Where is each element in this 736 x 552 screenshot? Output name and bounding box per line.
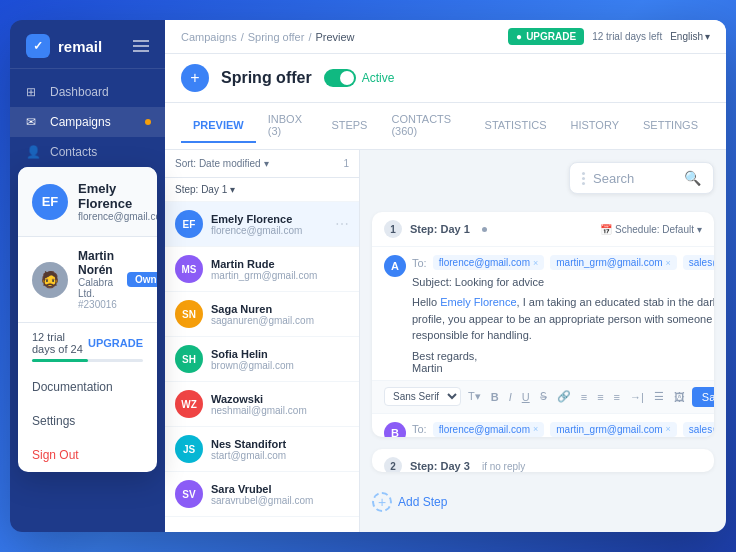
trial-progress-bar: 12 trial days of 24 UPGRADE	[18, 323, 157, 362]
step-day: Step: Day 1	[410, 223, 470, 235]
email-tag[interactable]: florence@gmail.com ×	[433, 255, 545, 270]
tab-steps[interactable]: STEPS	[319, 109, 379, 143]
user-popup-header: EF Emely Florence florence@gmail.com ⋯	[18, 167, 157, 237]
user-name: Emely Florence	[78, 181, 157, 211]
bold-icon[interactable]: B	[488, 389, 502, 405]
owner-card: 🧔 Martin Norén Calabra Ltd. #230016 Owne…	[18, 237, 157, 323]
email-body-a: Hello Emely Florence, I am taking an edu…	[412, 294, 714, 344]
contact-name: Wazowski	[211, 393, 349, 405]
contact-item[interactable]: WZ Wazowski neshmail@gmail.com	[165, 382, 359, 427]
active-toggle[interactable]: Active	[324, 69, 395, 87]
contact-info: Saga Nuren saganuren@gmail.com	[211, 303, 349, 326]
step-selector[interactable]: Step: Day 1 ▾	[165, 178, 359, 202]
avatar: SV	[175, 480, 203, 508]
hamburger-button[interactable]	[133, 40, 149, 52]
italic-icon[interactable]: I	[506, 389, 515, 405]
sidebar-item-contacts[interactable]: 👤 Contacts	[10, 137, 165, 167]
step-number: 1	[384, 220, 402, 238]
step-1-block: 1 Step: Day 1 📅 Schedule: Default ▾ A	[372, 212, 714, 437]
popup-signout[interactable]: Sign Out	[18, 438, 157, 472]
email-regards-a: Best regards,Martin	[412, 350, 714, 374]
contact-list-panel: Sort: Date modified ▾ 1 Step: Day 1 ▾ EF…	[165, 150, 360, 532]
email-tag-b3[interactable]: sales@colabr.io ×	[683, 422, 714, 437]
step-1-header: 1 Step: Day 1 📅 Schedule: Default ▾	[372, 212, 714, 247]
contact-email: start@gmail.com	[211, 450, 349, 461]
email-tag[interactable]: martin_grm@gmail.com ×	[550, 255, 677, 270]
tab-contacts[interactable]: CONTACTS (360)	[379, 103, 472, 149]
search-box: Search 🔍	[569, 162, 714, 194]
contact-email: saganuren@gmail.com	[211, 315, 349, 326]
sidebar-header: ✓ remail	[10, 20, 165, 69]
underline-icon[interactable]: U	[519, 389, 533, 405]
contact-item[interactable]: SN Saga Nuren saganuren@gmail.com	[165, 292, 359, 337]
text-size-icon[interactable]: T▾	[465, 388, 484, 405]
popup-documentation[interactable]: Documentation	[18, 370, 157, 404]
step-dot	[482, 227, 487, 232]
sidebar-item-dashboard[interactable]: ⊞ Dashboard	[10, 77, 165, 107]
tab-settings[interactable]: SETTINGS	[631, 109, 710, 143]
email-tag-b1[interactable]: florence@gmail.com ×	[433, 422, 545, 437]
contact-item[interactable]: EF Emely Florence florence@gmail.com ⋯	[165, 202, 359, 247]
tab-preview[interactable]: PREVIEW	[181, 109, 256, 143]
font-selector[interactable]: Sans Serif	[384, 387, 461, 406]
contact-item[interactable]: SH Sofia Helin brown@gmail.com	[165, 337, 359, 382]
owner-badge: Owner	[127, 272, 157, 287]
grid-dots-icon	[582, 172, 585, 185]
email-tag[interactable]: sales@colabr.io ×	[683, 255, 714, 270]
language-selector[interactable]: English ▾	[670, 31, 710, 42]
contact-item[interactable]: SV Sara Vrubel saravrubel@gmail.com	[165, 472, 359, 517]
save-button[interactable]: Save	[692, 387, 714, 407]
more-icon[interactable]: ⋯	[335, 216, 349, 232]
upgrade-button[interactable]: ● UPGRADE	[508, 28, 584, 45]
variant-a-row: A To: florence@gmail.com × martin_grm@gm…	[372, 247, 714, 380]
contact-list: EF Emely Florence florence@gmail.com ⋯ M…	[165, 202, 359, 532]
user-info: Emely Florence florence@gmail.com	[78, 181, 157, 222]
count-badge: 1	[343, 158, 349, 169]
contact-info: Martin Rude martin_grm@gmail.com	[211, 258, 349, 281]
tab-statistics[interactable]: STATISTICS	[473, 109, 559, 143]
add-button[interactable]: +	[181, 64, 209, 92]
email-tag-b2[interactable]: martin_grm@gmail.com ×	[550, 422, 677, 437]
contact-info: Wazowski neshmail@gmail.com	[211, 393, 349, 416]
tab-inbox[interactable]: INBOX (3)	[256, 103, 320, 149]
tabs-bar: PREVIEW INBOX (3) STEPS CONTACTS (360) S…	[165, 103, 726, 150]
campaign-title: Spring offer	[221, 69, 312, 87]
mail-icon: ✉	[26, 115, 40, 129]
indent-icon[interactable]: →|	[627, 389, 647, 405]
popup-settings[interactable]: Settings	[18, 404, 157, 438]
toggle-knob	[340, 71, 354, 85]
trial-days-badge: 12 trial days left	[592, 31, 662, 42]
variant-a-label: A	[384, 255, 406, 277]
add-step-button[interactable]: + Add Step	[372, 484, 714, 520]
avatar: SH	[175, 345, 203, 373]
right-panel: Search 🔍 1 Step: Day 1 📅 Schedule: Defau…	[360, 150, 726, 532]
variant-b-row: B To: florence@gmail.com × martin_grm@gm…	[372, 413, 714, 438]
breadcrumb: Campaigns / Spring offer / Preview	[181, 31, 355, 43]
list-icon[interactable]: ☰	[651, 388, 667, 405]
logo-icon: ✓	[26, 34, 50, 58]
link-icon[interactable]: 🔗	[554, 388, 574, 405]
align-right-icon[interactable]: ≡	[611, 389, 623, 405]
step-2-day: Step: Day 3	[410, 460, 470, 472]
sort-selector[interactable]: Sort: Date modified ▾	[175, 158, 269, 169]
user-avatar: EF	[32, 184, 68, 220]
sidebar-item-campaigns[interactable]: ✉ Campaigns	[10, 107, 165, 137]
tab-history[interactable]: HISTORY	[558, 109, 631, 143]
users-icon: 👤	[26, 145, 40, 159]
trial-bar-fill	[32, 359, 88, 362]
upgrade-link[interactable]: UPGRADE	[88, 337, 143, 349]
align-center-icon[interactable]: ≡	[594, 389, 606, 405]
strikethrough-icon[interactable]: S̶	[537, 388, 550, 405]
toggle-switch[interactable]	[324, 69, 356, 87]
align-left-icon[interactable]: ≡	[578, 389, 590, 405]
contact-info: Emely Florence florence@gmail.com	[211, 213, 327, 236]
step-2-header: 2 Step: Day 3 if no reply	[372, 449, 714, 472]
search-icon[interactable]: 🔍	[684, 170, 701, 186]
contact-item[interactable]: JS Nes Standifort start@gmail.com	[165, 427, 359, 472]
image-icon[interactable]: 🖼	[671, 389, 688, 405]
user-popup: EF Emely Florence florence@gmail.com ⋯ 🧔…	[18, 167, 157, 472]
contact-item[interactable]: MS Martin Rude martin_grm@gmail.com	[165, 247, 359, 292]
avatar: JS	[175, 435, 203, 463]
app-container: ✓ remail ⊞ Dashboard ✉ Campaigns 👤 Conta…	[10, 20, 726, 532]
contact-name: Emely Florence	[211, 213, 327, 225]
